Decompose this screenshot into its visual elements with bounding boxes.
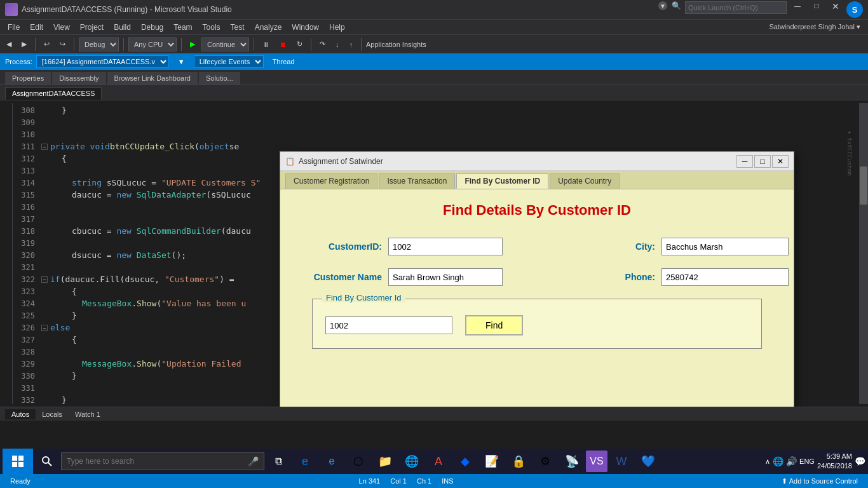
minimize-app-button[interactable]: ─ [789,1,806,18]
edge-browser-icon[interactable]: e [292,449,318,474]
menu-analyze[interactable]: Analyze [250,22,287,33]
modal-content: Find Details By Customer ID CustomerID: … [280,189,794,368]
modal-close-button[interactable]: ✕ [772,155,789,168]
forward-button[interactable]: ▶ [18,39,31,50]
city-label: City: [573,241,655,252]
stop-button[interactable]: ⏹ [276,39,290,50]
menu-view[interactable]: View [48,22,75,33]
status-line: Ln 341 [354,477,386,485]
process-sep: ▼ [178,58,185,65]
toolbar: ◀ ▶ ↩ ↪ Debug Any CPU ▶ Continue ⏸ ⏹ ↻ ↷… [0,34,868,53]
restart-button[interactable]: ↻ [293,39,306,50]
menu-tools[interactable]: Tools [198,22,226,33]
close-app-button[interactable]: ✕ [827,1,844,18]
modal-tab-find-by-customer[interactable]: Find By Customer ID [456,173,548,189]
tab-assignment[interactable]: AssignmentDATAACCESS [5,87,102,100]
tab-solution[interactable]: Solutio... [199,72,240,85]
bottom-tab-autos[interactable]: Autos [5,409,36,419]
collapse-311[interactable]: − [41,144,48,150]
debug-config-dropdown[interactable]: Debug [79,37,119,51]
tab-disassembly[interactable]: Disassembly [52,72,105,85]
customer-name-input[interactable] [388,268,503,286]
menu-edit[interactable]: Edit [25,22,48,33]
tab-assignment-label: AssignmentDATAACCESS [12,90,95,97]
start-button[interactable] [3,449,33,474]
menu-build[interactable]: Build [109,22,136,33]
modal-restore-button[interactable]: □ [754,155,771,168]
taskview-button[interactable]: ⧉ [266,449,291,474]
chrome-icon[interactable]: 🌐 [399,449,424,474]
network-icon[interactable]: 📡 [559,449,585,474]
search-taskbar-button[interactable] [34,449,60,474]
lock-icon[interactable]: 🔒 [506,449,531,474]
word-icon[interactable]: W [609,449,634,474]
editor-scrollbar[interactable] [859,103,868,404]
menu-help[interactable]: Help [324,22,350,33]
tray-network[interactable]: 🌐 [773,456,783,466]
taskbar-search-input[interactable] [67,457,219,466]
menu-team[interactable]: Team [168,22,197,33]
search-bar[interactable]: 🎤 [61,452,264,470]
time-display: 5:39 AM [827,452,852,461]
find-button[interactable]: Find [465,315,523,336]
cpu-dropdown[interactable]: Any CPU [128,37,177,51]
adobe-icon[interactable]: A [426,449,451,474]
city-input[interactable] [661,238,789,255]
editor-tabs-row: AssignmentDATAACCESS [0,85,868,100]
quick-launch-search[interactable]: 🔍 [670,1,682,18]
user-avatar[interactable]: S [846,1,863,18]
step-over-button[interactable]: ↷ [316,39,329,50]
lifecycle-dropdown[interactable]: Lifecycle Events [194,55,264,68]
pause-button[interactable]: ⏸ [259,39,273,50]
menu-debug[interactable]: Debug [136,22,168,33]
step-out-button[interactable]: ↑ [346,39,357,50]
process-dropdown[interactable]: [16624] AssignmentDATAACCESS.v [36,55,169,68]
filter-icon[interactable]: ▼ [658,1,667,10]
menu-project[interactable]: Project [75,22,109,33]
find-customer-id-input[interactable] [325,316,452,334]
continue-dropdown[interactable]: Continue [201,37,249,51]
modal-tab-issue-transaction[interactable]: Issue Transaction [379,173,455,189]
collapse-326[interactable]: − [41,325,48,331]
undo-button[interactable]: ↩ [40,39,53,50]
redo-button[interactable]: ↪ [56,39,69,50]
tray-volume[interactable]: 🔊 [786,456,797,466]
step-into-button[interactable]: ↓ [332,39,343,50]
restore-app-button[interactable]: □ [808,1,825,18]
vscode-icon[interactable]: 💙 [635,449,661,474]
menu-window[interactable]: Window [287,22,324,33]
menu-file[interactable]: File [3,22,25,33]
customer-id-input[interactable] [388,238,503,255]
modal-tab-update-country[interactable]: Update Country [550,173,620,189]
notification-icon[interactable]: 💬 [855,456,865,466]
settings-icon[interactable]: ⚙ [532,449,558,474]
back-button[interactable]: ◀ [3,39,15,50]
play-button[interactable]: ▶ [186,39,199,50]
toolbar-separator-5 [254,38,254,51]
modal-tab-customer-registration[interactable]: Customer Registration [285,173,377,189]
tray-expand[interactable]: ∧ [765,458,770,466]
yoyo-icon[interactable]: ⬡ [346,449,371,474]
toolbar-separator-4 [181,38,182,51]
taskbar: 🎤 ⧉ e e ⬡ 📁 🌐 A ◆ 📝 🔒 ⚙ 📡 VS W 💙 ∧ 🌐 🔊 E… [0,449,868,474]
vs-taskbar-icon[interactable]: VS [586,451,607,472]
editor-scroll-thumb[interactable] [860,166,867,205]
menu-test[interactable]: Test [226,22,250,33]
search-icon [41,456,53,467]
status-source-control[interactable]: ⬆ Add to Source Control [776,477,863,485]
tab-properties[interactable]: Properties [5,72,51,85]
notepad-icon[interactable]: 📝 [479,449,505,474]
dropbox-icon[interactable]: ◆ [452,449,478,474]
modal-minimize-button[interactable]: ─ [736,155,753,168]
bottom-tab-watch1[interactable]: Watch 1 [69,409,107,419]
svg-rect-0 [12,456,17,461]
status-ins: INS [437,477,458,485]
file-manager-icon[interactable]: 📁 [372,449,398,474]
tab-browser-link[interactable]: Browser Link Dashboard [107,72,198,85]
quick-launch-input[interactable] [685,1,787,14]
bottom-tab-locals[interactable]: Locals [36,409,69,419]
collapse-322[interactable]: − [41,276,48,283]
phone-input[interactable] [661,268,789,286]
toolbar-separator-1 [35,38,36,51]
ie-icon[interactable]: e [319,449,344,474]
